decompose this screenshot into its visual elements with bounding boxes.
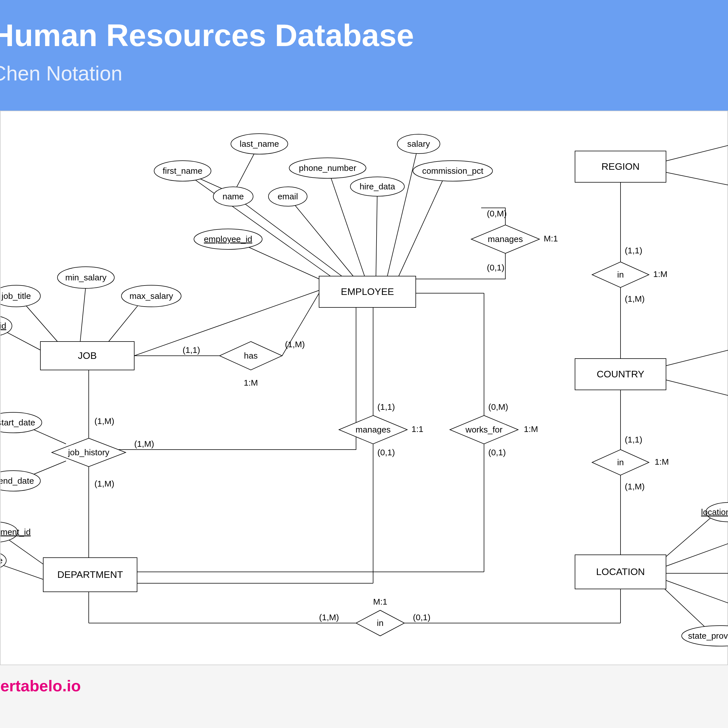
card-mself-bot: (0,1) [487, 263, 505, 272]
svg-line-22 [1, 560, 46, 580]
svg-text:location_id: location_id [701, 507, 728, 517]
attr-name: name [213, 187, 253, 206]
card-wf-top: (0,M) [488, 402, 508, 411]
svg-text:name: name [1, 556, 3, 565]
card-in-rc-top: (1,1) [625, 246, 642, 255]
svg-text:LOCATION: LOCATION [596, 566, 645, 577]
attr-start-date: start_date [1, 412, 42, 433]
relationship-in-region-country: in [592, 262, 649, 288]
svg-text:manages: manages [488, 234, 523, 244]
svg-line-0 [80, 284, 86, 341]
svg-text:phone_number: phone_number [299, 163, 356, 173]
svg-text:in: in [617, 457, 624, 467]
attr-first-name: first_name [154, 161, 211, 181]
page-subtitle: Chen Notation [0, 62, 728, 85]
relationship-in-country-location: in [592, 450, 649, 475]
attr-job-title: job_title [1, 285, 40, 307]
ratio-in-dl: M:1 [373, 597, 387, 606]
attr-salary: salary [397, 134, 440, 154]
attr-department-name: name [1, 551, 6, 570]
relationship-works-for: works_for [450, 416, 518, 444]
svg-text:job_history: job_history [68, 448, 109, 457]
card-has-emp: (1,M) [285, 340, 305, 349]
svg-text:end_date: end_date [1, 476, 34, 485]
svg-text:in: in [617, 270, 624, 279]
card-in-dl-right: (0,1) [413, 613, 431, 622]
svg-line-4 [183, 171, 330, 276]
svg-line-42 [666, 543, 728, 566]
card-jh-dept: (1,M) [95, 479, 114, 488]
svg-text:in: in [377, 618, 383, 628]
svg-text:start_date: start_date [1, 418, 35, 427]
svg-text:job_title: job_title [1, 291, 31, 301]
ratio-wf: 1:M [524, 424, 538, 434]
attr-phone-number: phone_number [289, 158, 366, 178]
svg-text:name: name [222, 192, 244, 201]
svg-line-10 [376, 185, 377, 276]
svg-text:manages: manages [355, 425, 390, 434]
page-title: Human Resources Database [0, 17, 728, 53]
card-in-rc-bot: (1,M) [625, 294, 645, 303]
card-in-cl-bot: (1,M) [625, 482, 645, 491]
entity-location: LOCATION [575, 555, 666, 589]
svg-line-39 [666, 350, 728, 366]
card-mdept-bot: (0,1) [377, 448, 395, 457]
entity-employee: EMPLOYEE [319, 276, 416, 307]
ratio-mdept: 1:1 [411, 424, 424, 434]
card-mdept-top: (1,1) [377, 402, 395, 411]
svg-text:last_name: last_name [240, 139, 279, 148]
attr-max-salary: max_salary [121, 285, 181, 307]
ratio-in-rc: 1:M [653, 269, 667, 279]
svg-text:salary: salary [407, 139, 430, 148]
entity-country: COUNTRY [575, 359, 666, 390]
card-has-job: (1,1) [183, 345, 200, 355]
attr-commission-pct: commission_pct [413, 161, 492, 181]
svg-line-37 [666, 145, 728, 161]
footer-brand: vertabelo.io [0, 665, 728, 695]
svg-text:email: email [278, 192, 298, 201]
svg-text:commission_pct: commission_pct [422, 166, 483, 176]
card-in-dl-left: (1,M) [319, 613, 339, 622]
svg-line-41 [663, 512, 717, 559]
svg-text:hire_data: hire_data [359, 182, 395, 191]
entity-region: REGION [575, 151, 666, 182]
svg-text:REGION: REGION [601, 161, 639, 172]
svg-line-11 [387, 144, 419, 276]
card-wf-bot: (0,1) [488, 448, 506, 457]
card-mself-top: (0,M) [487, 209, 507, 218]
svg-line-44 [666, 580, 728, 603]
er-diagram-canvas: JOB EMPLOYEE DEPARTMENT REGION COUNTRY L… [0, 111, 728, 665]
entity-job: JOB [40, 341, 134, 370]
card-jh-emp: (1,M) [134, 439, 154, 448]
svg-text:job_id: job_id [1, 321, 6, 330]
svg-text:max_salary: max_salary [129, 291, 173, 301]
attr-location-id: location_id [701, 503, 728, 522]
svg-text:JOB: JOB [78, 350, 97, 361]
relationship-manages-dept: manages [339, 416, 407, 444]
svg-text:department_id: department_id [1, 527, 31, 537]
svg-line-38 [666, 172, 728, 185]
relationship-has: has [220, 341, 282, 370]
svg-text:min_salary: min_salary [65, 273, 106, 282]
attr-employee-id: employee_id [194, 229, 262, 249]
attr-state-province: state_province [682, 626, 728, 646]
ratio-mself: M:1 [544, 234, 558, 243]
relationship-manages-self: manages [471, 225, 540, 253]
ratio-in-cl: 1:M [655, 457, 669, 466]
card-in-cl-top: (1,1) [625, 435, 642, 444]
entity-department: DEPARTMENT [43, 558, 137, 592]
attr-department-id: department_id [1, 522, 31, 542]
svg-line-8 [288, 196, 353, 276]
attr-min-salary: min_salary [57, 267, 114, 288]
header: Human Resources Database Chen Notation [0, 0, 728, 111]
svg-text:EMPLOYEE: EMPLOYEE [341, 286, 394, 297]
attr-job-id: job_id [1, 316, 12, 336]
svg-line-40 [666, 380, 728, 396]
svg-line-12 [399, 171, 447, 276]
svg-text:DEPARTMENT: DEPARTMENT [57, 569, 123, 580]
svg-text:COUNTRY: COUNTRY [596, 369, 644, 379]
attr-hire-data: hire_data [350, 177, 404, 196]
attr-email: email [268, 187, 307, 206]
svg-text:employee_id: employee_id [204, 234, 252, 244]
svg-text:state_province: state_province [688, 631, 728, 641]
